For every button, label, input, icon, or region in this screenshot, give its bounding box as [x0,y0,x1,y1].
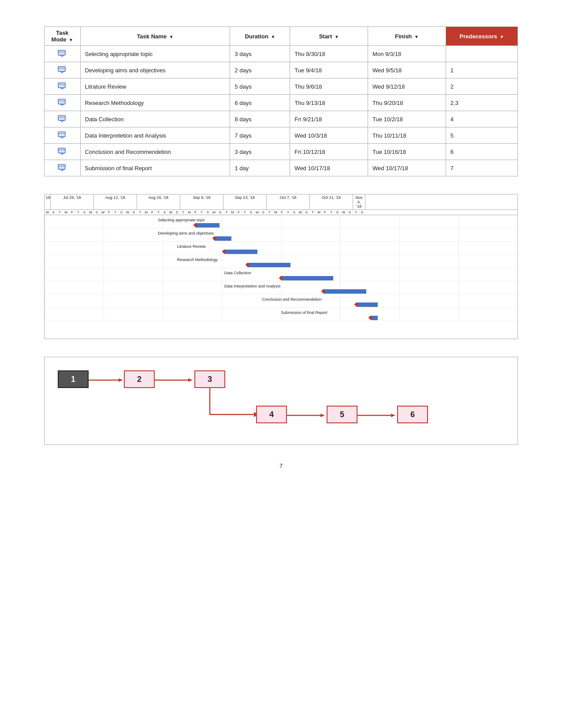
gantt-task-row: Selecting appropriate topic [45,215,517,228]
gantt-day-cell: S [205,210,211,215]
task-start-cell: Thu 8/30/18 [290,46,368,62]
arrow-5-6 [357,412,397,418]
gantt-bar [324,289,366,294]
gantt-day-cell: F [279,210,285,215]
task-duration-cell: 6 days [230,95,290,111]
table-header-row: TaskMode ▼ Task Name ▼ Duration ▼ Start … [45,27,518,46]
col-header-predecessors: Predecessors ▼ [446,27,517,46]
svg-rect-9 [58,99,65,104]
gantt-day-cell: S [51,210,57,215]
task-predecessors-cell: 1 [446,62,517,78]
gantt-task-row: Research Methodology [45,255,517,268]
gantt-task-row: Submission of final Report [45,308,517,321]
gantt-task-row: Conclusion and Recommendetion [45,295,517,308]
task-mode-cell [45,62,81,78]
task-predecessors-cell: 6 [446,144,517,160]
svg-point-8 [62,89,63,90]
task-duration-cell: 1 day [230,160,290,176]
gantt-day-cell: T [285,210,291,215]
svg-point-2 [62,56,63,57]
svg-rect-0 [58,50,65,55]
task-finish-cell: Wed 10/17/18 [368,160,446,176]
gantt-bars: Selecting appropriate topicDeveloping ai… [45,215,517,339]
network-node-6: 6 [397,406,428,423]
table-row: Submission of final Report1 dayWed 10/17… [45,160,518,176]
task-start-cell: Fri 9/21/18 [290,111,368,127]
svg-point-23 [62,170,63,171]
task-table-section: TaskMode ▼ Task Name ▼ Duration ▼ Start … [44,26,518,176]
task-finish-cell: Tue 10/16/18 [368,144,446,160]
gantt-week-label: Nov 4, '18 [353,194,365,209]
svg-point-20 [62,154,63,155]
table-row: Developing aims and objectives2 daysTue … [45,62,518,78]
gantt-day-cell: F [106,210,112,215]
gantt-day-cell: S [359,210,365,215]
arrow-3-4 [210,388,263,423]
gantt-task-row: Developing aims and objectives [45,228,517,242]
table-row: Data Collection8 daysFri 9/21/18Tue 10/2… [45,111,518,127]
gantt-day-cell: S [248,210,254,215]
gantt-day-cell: F [193,210,199,215]
task-name-cell: Developing aims and objectives [80,62,230,78]
svg-marker-30 [320,414,325,417]
svg-rect-12 [58,116,65,120]
gantt-bar [281,276,333,280]
gantt-bar [224,250,257,254]
task-mode-icon [57,97,67,107]
col-header-finish: Finish ▼ [368,27,446,46]
sort-arrow-name: ▼ [169,34,174,39]
task-start-cell: Tue 9/4/18 [290,62,368,78]
task-mode-cell [45,160,81,176]
network-diagram-section: 1 2 3 4 5 6 [44,357,518,445]
gantt-week-label: Aug 26, '18 [137,194,180,209]
gantt-task-row: Data Collection [45,268,517,281]
task-mode-cell [45,46,81,62]
task-table: TaskMode ▼ Task Name ▼ Duration ▼ Start … [44,26,518,176]
gantt-day-cell: T [156,210,162,215]
sort-arrow-finish: ▼ [414,34,419,39]
gantt-day-cell: S [94,210,100,215]
gantt-day-cell: T [353,210,359,215]
gantt-bar [196,223,220,228]
task-finish-cell: Wed 9/5/18 [368,62,446,78]
task-duration-cell: 8 days [230,111,290,127]
task-mode-cell [45,78,81,95]
col-header-start: Start ▼ [290,27,368,46]
gantt-day-cell: T [75,210,82,215]
svg-rect-3 [58,67,65,71]
task-name-cell: Data Interpretetion and Analysis [80,127,230,144]
task-name-cell: Litrature Review [80,78,230,95]
gantt-day-cell: S [304,210,310,215]
arrow-2-3 [155,377,194,383]
gantt-task-label: Conclusion and Recommendetion [262,297,322,302]
gantt-header: 18Jul 29, '18Aug 12, '18Aug 26, '18Sep 9… [45,194,517,215]
gantt-week-label: Sep 23, '18 [223,194,267,209]
gantt-day-cell: T [223,210,230,215]
sort-arrow-mode: ▼ [69,37,73,42]
gantt-day-cell: W [341,210,347,215]
gantt-bar [248,263,290,267]
gantt-day-cell: W [45,210,51,215]
table-row: Litrature Review5 daysThu 9/6/18Wed 9/12… [45,78,518,95]
task-predecessors-cell: 7 [446,160,517,176]
task-start-cell: Wed 10/3/18 [290,127,368,144]
task-predecessors-cell: 2 [446,78,517,95]
svg-point-11 [62,105,63,106]
gantt-day-cell: M [230,210,236,215]
table-row: Data Interpretetion and Analysis7 daysWe… [45,127,518,144]
gantt-task-label: Litrature Review [177,244,205,249]
gantt-bar [215,236,231,241]
gantt-week-label: Oct 7, '18 [267,194,310,209]
gantt-day-cell: S [335,210,341,215]
gantt-week-labels: 18Jul 29, '18Aug 12, '18Aug 26, '18Sep 9… [45,194,517,210]
gantt-day-cell: T [137,210,143,215]
task-duration-cell: 7 days [230,127,290,144]
gantt-day-cell: S [131,210,137,215]
gantt-day-cell: T [57,210,63,215]
gantt-day-cell: W [88,210,94,215]
sort-arrow-duration: ▼ [271,34,275,39]
task-mode-cell [45,95,81,111]
task-finish-cell: Thu 10/11/18 [368,127,446,144]
gantt-task-row: Litrature Review [45,242,517,255]
gantt-day-cell: S [119,210,125,215]
